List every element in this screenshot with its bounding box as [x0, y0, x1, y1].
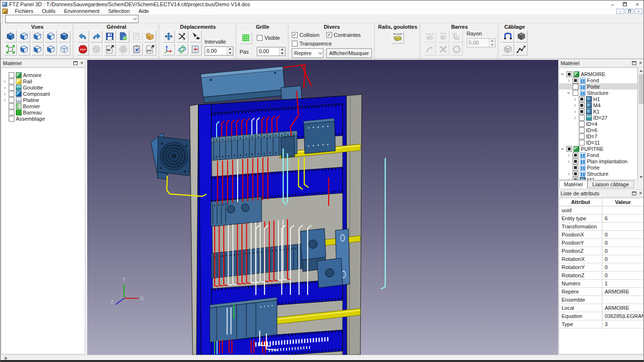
bar-curve-icon[interactable] [424, 43, 436, 56]
tree-node-plan-implantation[interactable]: ›Plan implantation [559, 158, 637, 164]
axis-translate-icon[interactable] [162, 43, 175, 56]
tree-node-fond[interactable]: ›Fond [559, 152, 637, 158]
float-panel-icon[interactable] [73, 61, 78, 65]
node-checkbox[interactable] [579, 102, 585, 108]
material-item-armoire[interactable]: Armoire [1, 72, 85, 78]
scroll-down-icon[interactable] [638, 174, 644, 180]
menu-aide[interactable]: Aide [134, 8, 153, 14]
bar-ring-icon[interactable] [450, 43, 463, 56]
bar-delete-icon[interactable] [437, 43, 449, 56]
pas-spinbox[interactable]: 0,00 [257, 47, 286, 56]
bar-bend-icon[interactable] [450, 30, 463, 43]
restore-button[interactable] [619, 1, 631, 8]
minimize-button[interactable]: – [606, 1, 619, 8]
attribute-value[interactable]: 0 [602, 255, 644, 263]
node-checkbox[interactable] [579, 140, 585, 146]
view-iso-icon[interactable] [4, 30, 17, 43]
item-checkbox[interactable] [9, 79, 14, 84]
sphere-icon[interactable] [90, 43, 103, 56]
transparence-checkbox[interactable]: Transparence [292, 40, 372, 47]
tree-node-id-7[interactable]: ID=7 [559, 133, 637, 139]
tab-liaison-c-blage[interactable]: Liaison câblage [587, 181, 633, 188]
material-item-composant[interactable]: ›Composant [1, 90, 85, 97]
attribute-value[interactable] [602, 223, 644, 230]
attribute-value[interactable] [602, 296, 644, 304]
wire-cube-dark-icon[interactable] [515, 30, 528, 43]
close-panel-icon[interactable]: × [639, 60, 642, 66]
package-icon[interactable] [144, 30, 156, 43]
pointer-move-icon[interactable] [189, 30, 202, 43]
grille-visible-checkbox[interactable]: Visible [257, 34, 286, 42]
selection-combobox[interactable] [5, 15, 138, 23]
attribute-value[interactable]: 0 [602, 272, 644, 279]
attribute-value[interactable]: ARMOIRE [602, 304, 644, 312]
menu-environnement[interactable]: Environnement [60, 8, 104, 14]
node-checkbox[interactable] [573, 78, 578, 83]
save-icon[interactable] [104, 30, 116, 43]
node-checkbox[interactable] [573, 171, 578, 177]
child-restore-button[interactable] [625, 9, 633, 14]
child-minimize-button[interactable]: – [616, 9, 624, 14]
close-panel-icon[interactable]: × [639, 191, 642, 196]
item-checkbox[interactable] [9, 103, 14, 109]
bar-length-icon[interactable] [424, 30, 436, 43]
view-left-icon[interactable] [31, 30, 44, 43]
attribute-value[interactable]: 3 [602, 320, 644, 328]
zoom-fit-icon[interactable] [4, 43, 17, 56]
export-add-icon[interactable] [117, 30, 129, 43]
notes-icon[interactable] [130, 30, 143, 43]
stop-icon[interactable]: STOP [77, 43, 89, 56]
item-checkbox[interactable] [9, 72, 14, 78]
view-right-icon[interactable] [45, 30, 57, 43]
fan[interactable] [151, 133, 191, 180]
tree-node-structure[interactable]: ›Structure [559, 90, 637, 96]
rotate-icon[interactable] [176, 43, 188, 56]
close-panel-icon[interactable]: × [80, 60, 83, 66]
tree-node-porte[interactable]: Porte [559, 83, 637, 90]
view-back-icon[interactable] [31, 43, 44, 56]
tree-node-id-6[interactable]: ID=6 [559, 127, 637, 133]
view-front-icon[interactable] [18, 30, 30, 43]
toolbar-grip[interactable] [1, 15, 3, 23]
contraintes-checkbox[interactable]: Contraintes [326, 31, 361, 39]
material-item-goulotte[interactable]: ›Goulotte [1, 84, 85, 90]
scroll-thumb[interactable] [639, 74, 644, 104]
node-checkbox[interactable] [579, 121, 585, 127]
view-corner-icon[interactable] [45, 43, 57, 56]
tree-node-structure[interactable]: ›Structure [559, 170, 637, 177]
attribute-value[interactable]: 0 [602, 263, 644, 271]
afficher-masquer-button[interactable]: Afficher/Masquer [326, 48, 372, 58]
rayon-spinbox[interactable]: 0,00 [467, 38, 495, 47]
attribute-value[interactable]: ARMOIRE [602, 288, 644, 295]
node-checkbox[interactable] [573, 90, 578, 96]
breaker-row-2[interactable] [211, 197, 262, 226]
viewport-3d[interactable]: Y X Z [87, 60, 558, 355]
swap-arrows-icon[interactable] [176, 30, 188, 43]
item-checkbox[interactable] [9, 110, 14, 115]
stp-export-icon[interactable]: STP [144, 43, 156, 56]
undo-icon[interactable] [77, 30, 89, 43]
bar-section-icon[interactable] [437, 30, 449, 43]
item-checkbox[interactable] [9, 116, 14, 122]
material-item-platine[interactable]: ›Platine [1, 97, 85, 103]
attribute-value[interactable]: 036285|LEGRAND [602, 312, 644, 320]
move-icon[interactable] [162, 30, 175, 43]
item-checkbox[interactable] [9, 97, 14, 103]
material-item-assemblage[interactable]: Assemblage [1, 115, 85, 122]
intervalle-spinbox[interactable]: 0,00 [205, 46, 233, 56]
node-checkbox[interactable] [579, 96, 585, 102]
node-checkbox[interactable] [573, 165, 578, 170]
redo-icon[interactable] [90, 30, 103, 43]
material-item-barreau[interactable]: Barreau [1, 109, 85, 115]
node-checkbox[interactable] [579, 115, 585, 121]
scroll-up-icon[interactable] [638, 68, 644, 74]
view-wireframe-icon[interactable] [58, 43, 70, 56]
node-checkbox[interactable] [579, 134, 585, 139]
attribute-value[interactable] [602, 206, 644, 214]
tree-node-armoire[interactable]: ›ARMOIRE [559, 71, 637, 77]
material-item-bornier[interactable]: Bornier [1, 103, 85, 109]
close-button[interactable]: × [631, 1, 644, 8]
child-close-button[interactable]: × [634, 9, 643, 14]
tree-node-h1[interactable]: ›H1 [559, 96, 637, 102]
node-checkbox[interactable] [573, 84, 578, 90]
